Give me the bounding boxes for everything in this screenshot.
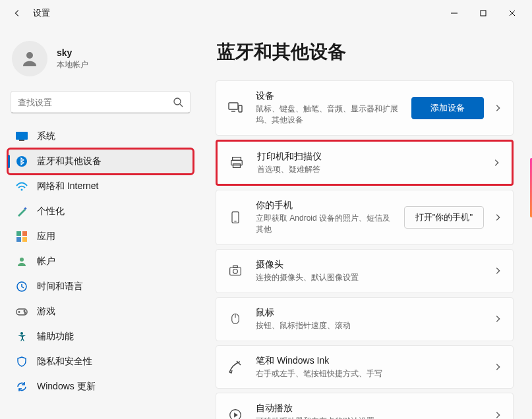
- svg-rect-24: [229, 103, 238, 109]
- chevron-right-icon: [493, 314, 502, 323]
- card-title: 打印机和扫描仪: [257, 151, 480, 163]
- nav-list: 系统蓝牙和其他设备网络和 Internet个性化应用帐户时间和语言游戏辅助功能隐…: [8, 124, 193, 399]
- open-phone-button[interactable]: 打开"你的手机": [404, 206, 484, 229]
- card-title: 摄像头: [256, 259, 481, 271]
- search-icon: [173, 97, 183, 107]
- sidebar-item-label: 应用: [37, 231, 55, 242]
- card-title: 鼠标: [256, 307, 481, 319]
- svg-point-10: [21, 189, 23, 191]
- svg-rect-12: [16, 231, 21, 236]
- svg-point-33: [233, 269, 238, 274]
- pen-icon: [227, 358, 244, 376]
- card-sub: 可移动驱动器和内存卡的默认设置: [256, 416, 481, 419]
- system-icon: [16, 130, 28, 142]
- sidebar-item-network[interactable]: 网络和 Internet: [8, 174, 193, 199]
- svg-rect-8: [19, 140, 24, 141]
- svg-rect-27: [233, 157, 241, 161]
- chevron-right-icon: [493, 362, 502, 372]
- card-title: 你的手机: [256, 200, 392, 211]
- sidebar-item-gaming[interactable]: 游戏: [8, 299, 193, 324]
- sidebar-item-label: 游戏: [37, 306, 55, 318]
- sidebar-item-update[interactable]: Windows 更新: [8, 374, 193, 399]
- sidebar-item-time[interactable]: 时间和语言: [8, 274, 193, 299]
- camera-icon: [227, 262, 244, 279]
- svg-rect-34: [233, 266, 238, 268]
- card-pen[interactable]: 笔和 Windows Ink 右手或左手、笔按钮快捷方式、手写: [216, 345, 514, 389]
- titlebar: 设置: [0, 0, 532, 26]
- search-input[interactable]: [18, 98, 173, 107]
- sidebar-item-system[interactable]: 系统: [8, 124, 193, 149]
- card-title: 笔和 Windows Ink: [256, 355, 481, 367]
- card-title: 自动播放: [256, 403, 481, 414]
- sidebar-item-label: Windows 更新: [37, 381, 96, 393]
- svg-point-5: [174, 98, 181, 105]
- sidebar-item-label: 时间和语言: [37, 281, 83, 293]
- sidebar-item-label: 蓝牙和其他设备: [37, 155, 102, 167]
- personalize-icon: [16, 206, 28, 217]
- sidebar-item-label: 个性化: [37, 206, 65, 217]
- card-devices[interactable]: 设备 鼠标、键盘、触笔、音频、显示器和扩展坞、其他设备 添加设备: [216, 80, 514, 136]
- svg-point-22: [24, 312, 26, 314]
- svg-point-16: [20, 258, 24, 262]
- card-sub: 首选项、疑难解答: [257, 164, 480, 175]
- profile-block[interactable]: sky 本地帐户: [8, 32, 193, 90]
- card-mouse[interactable]: 鼠标 按钮、鼠标指针速度、滚动: [216, 297, 514, 341]
- profile-name: sky: [57, 47, 88, 58]
- card-title: 设备: [256, 90, 399, 102]
- sidebar-item-label: 帐户: [37, 256, 55, 267]
- update-icon: [16, 381, 28, 393]
- window-title: 设置: [33, 7, 50, 19]
- chevron-right-icon: [493, 103, 502, 113]
- card-autoplay[interactable]: 自动播放 可移动驱动器和内存卡的默认设置: [216, 393, 514, 419]
- chevron-right-icon: [493, 266, 502, 275]
- sidebar-item-personalize[interactable]: 个性化: [8, 199, 193, 224]
- sidebar-item-privacy[interactable]: 隐私和安全性: [8, 349, 193, 374]
- privacy-icon: [16, 356, 28, 368]
- apps-icon: [16, 231, 28, 242]
- sidebar-item-label: 系统: [37, 130, 55, 142]
- accessibility-icon: [16, 331, 28, 343]
- minimize-button[interactable]: [440, 3, 469, 23]
- sidebar: sky 本地帐户 系统蓝牙和其他设备网络和 Internet个性化应用帐户时间和…: [0, 26, 201, 419]
- card-sub: 右手或左手、笔按钮快捷方式、手写: [256, 368, 481, 379]
- card-printers[interactable]: 打印机和扫描仪 首选项、疑难解答: [216, 140, 514, 186]
- svg-rect-32: [230, 267, 241, 275]
- card-camera[interactable]: 摄像头 连接的摄像头、默认图像设置: [216, 249, 514, 293]
- svg-rect-13: [22, 231, 27, 236]
- svg-point-23: [20, 332, 23, 335]
- close-button[interactable]: [498, 3, 527, 23]
- back-button[interactable]: [5, 1, 29, 25]
- card-phone[interactable]: 你的手机 立即获取 Android 设备的照片、短信及其他 打开"你的手机": [216, 190, 514, 245]
- sidebar-item-bluetooth[interactable]: 蓝牙和其他设备: [8, 149, 193, 174]
- svg-rect-18: [16, 309, 27, 315]
- network-icon: [16, 181, 28, 192]
- phone-icon: [227, 209, 244, 226]
- printer-icon: [228, 154, 245, 171]
- svg-line-6: [180, 104, 183, 107]
- svg-rect-25: [239, 105, 242, 112]
- sidebar-item-accessibility[interactable]: 辅助功能: [8, 324, 193, 349]
- time-icon: [16, 281, 28, 293]
- chevron-right-icon: [493, 213, 502, 222]
- svg-point-21: [24, 310, 25, 312]
- svg-rect-1: [481, 11, 486, 16]
- sidebar-item-apps[interactable]: 应用: [8, 224, 193, 249]
- svg-rect-15: [22, 237, 27, 242]
- search-box[interactable]: [11, 91, 191, 113]
- card-sub: 按钮、鼠标指针速度、滚动: [256, 320, 481, 331]
- bluetooth-icon: [16, 155, 28, 167]
- add-device-button[interactable]: 添加设备: [411, 97, 484, 119]
- page-title: 蓝牙和其他设备: [217, 40, 514, 65]
- chevron-right-icon: [493, 410, 502, 419]
- sidebar-item-accounts[interactable]: 帐户: [8, 249, 193, 274]
- card-sub: 鼠标、键盘、触笔、音频、显示器和扩展坞、其他设备: [256, 103, 399, 126]
- maximize-button[interactable]: [469, 3, 498, 23]
- profile-sub: 本地帐户: [57, 59, 88, 70]
- mouse-icon: [227, 310, 244, 327]
- main-panel: 蓝牙和其他设备 设备 鼠标、键盘、触笔、音频、显示器和扩展坞、其他设备 添加设备…: [201, 26, 532, 419]
- avatar: [12, 41, 47, 76]
- sidebar-item-label: 网络和 Internet: [37, 181, 98, 192]
- autoplay-icon: [227, 406, 244, 419]
- gaming-icon: [16, 306, 28, 318]
- chevron-right-icon: [492, 158, 501, 167]
